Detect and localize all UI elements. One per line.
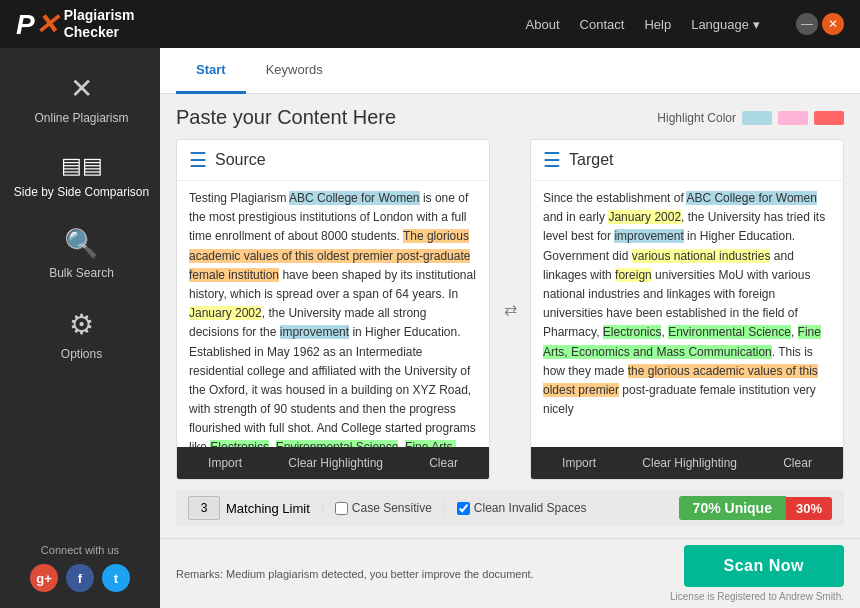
sidebar-label-bulk: Bulk Search (49, 266, 114, 280)
contact-link[interactable]: Contact (580, 17, 625, 32)
close-button[interactable]: ✕ (822, 13, 844, 35)
sidebar-item-side-by-side[interactable]: ▤▤ Side by Side Comparison (0, 139, 160, 213)
scan-now-button[interactable]: Scan Now (684, 545, 844, 587)
facebook-icon[interactable]: f (66, 564, 94, 592)
source-panel-title: Source (215, 151, 266, 169)
sidebar-label-side: Side by Side Comparison (14, 185, 149, 199)
case-sensitive-checkbox[interactable] (335, 502, 348, 515)
color-swatch-cyan[interactable] (742, 111, 772, 125)
main-layout: ✕ Online Plagiarism ▤▤ Side by Side Comp… (0, 48, 860, 608)
compare-icon: ▤▤ (61, 153, 103, 179)
logo: P✕ Plagiarism Checker (16, 7, 135, 41)
sidebar-item-online-plagiarism[interactable]: ✕ Online Plagiarism (0, 58, 160, 139)
swap-col: ⇄ (500, 139, 520, 480)
social-icons: g+ f t (30, 564, 130, 592)
sidebar-label-options: Options (61, 347, 102, 361)
highlight-label: Highlight Color (657, 111, 736, 125)
sidebar-item-bulk-search[interactable]: 🔍 Bulk Search (0, 213, 160, 294)
panels-row: ☰ Source Testing Plagiarism ABC College … (176, 139, 844, 480)
unique-percentage: 70% Unique (679, 496, 786, 520)
target-panel-content[interactable]: Since the establishment of ABC College f… (531, 181, 843, 447)
sidebar-item-options[interactable]: ⚙ Options (0, 294, 160, 375)
logo-text: Plagiarism Checker (64, 7, 135, 41)
target-clear-button[interactable]: Clear (775, 454, 820, 472)
remarks-text: Remarks: Medium plagiarism detected, you… (176, 568, 534, 580)
twitter-icon[interactable]: t (102, 564, 130, 592)
highlight-color-row: Highlight Color (657, 111, 844, 125)
target-clear-highlighting-button[interactable]: Clear Highlighting (634, 454, 745, 472)
bottom-bar: Remarks: Medium plagiarism detected, you… (160, 538, 860, 608)
google-plus-icon[interactable]: g+ (30, 564, 58, 592)
target-panel-footer: Import Clear Highlighting Clear (531, 447, 843, 479)
tab-start[interactable]: Start (176, 48, 246, 94)
header: P✕ Plagiarism Checker About Contact Help… (0, 0, 860, 48)
target-doc-icon: ☰ (543, 148, 561, 172)
sidebar-label-online: Online Plagiarism (34, 111, 128, 125)
language-button[interactable]: Language ▾ (691, 17, 760, 32)
source-doc-icon: ☰ (189, 148, 207, 172)
target-import-button[interactable]: Import (554, 454, 604, 472)
content-body: Paste your Content Here Highlight Color … (160, 94, 860, 538)
gear-icon: ⚙ (69, 308, 94, 341)
unique-bar: 70% Unique 30% (679, 496, 832, 520)
source-panel: ☰ Source Testing Plagiarism ABC College … (176, 139, 490, 480)
help-link[interactable]: Help (644, 17, 671, 32)
source-import-button[interactable]: Import (200, 454, 250, 472)
target-panel-header: ☰ Target (531, 140, 843, 181)
title-row: Paste your Content Here Highlight Color (176, 106, 844, 129)
source-panel-header: ☰ Source (177, 140, 489, 181)
content-area: Start Keywords Paste your Content Here H… (160, 48, 860, 608)
options-row: Matching Limit Case Sensitive Clean Inva… (176, 490, 844, 526)
minimize-button[interactable]: — (796, 13, 818, 35)
source-panel-content[interactable]: Testing Plagiarism ABC College for Women… (177, 181, 489, 447)
source-clear-highlighting-button[interactable]: Clear Highlighting (280, 454, 391, 472)
target-panel-title: Target (569, 151, 613, 169)
clean-spaces-label[interactable]: Clean Invalid Spaces (457, 501, 587, 515)
swap-icon[interactable]: ⇄ (504, 300, 517, 319)
page-title: Paste your Content Here (176, 106, 396, 129)
chevron-down-icon: ▾ (753, 17, 760, 32)
logo-icon: P✕ (16, 8, 58, 41)
case-sensitive-label[interactable]: Case Sensitive (335, 501, 432, 515)
plagiarism-percentage: 30% (786, 497, 832, 520)
connect-section: Connect with us g+ f t (14, 528, 146, 608)
matching-limit-label: Matching Limit (226, 501, 310, 516)
source-panel-footer: Import Clear Highlighting Clear (177, 447, 489, 479)
divider-2 (444, 500, 445, 516)
sidebar: ✕ Online Plagiarism ▤▤ Side by Side Comp… (0, 48, 160, 608)
tab-keywords[interactable]: Keywords (246, 48, 343, 94)
x-icon: ✕ (70, 72, 93, 105)
window-controls: — ✕ (796, 13, 844, 35)
matching-limit-box: Matching Limit (188, 496, 310, 520)
license-text: License is Registered to Andrew Smith. (670, 591, 844, 602)
header-nav: About Contact Help Language ▾ — ✕ (526, 13, 844, 35)
connect-label: Connect with us (41, 544, 119, 556)
source-clear-button[interactable]: Clear (421, 454, 466, 472)
search-icon: 🔍 (64, 227, 99, 260)
target-panel: ☰ Target Since the establishment of ABC … (530, 139, 844, 480)
tabs: Start Keywords (160, 48, 860, 94)
clean-spaces-checkbox[interactable] (457, 502, 470, 515)
color-swatch-pink[interactable] (778, 111, 808, 125)
divider-1 (322, 500, 323, 516)
matching-limit-input[interactable] (188, 496, 220, 520)
about-link[interactable]: About (526, 17, 560, 32)
color-swatch-red[interactable] (814, 111, 844, 125)
